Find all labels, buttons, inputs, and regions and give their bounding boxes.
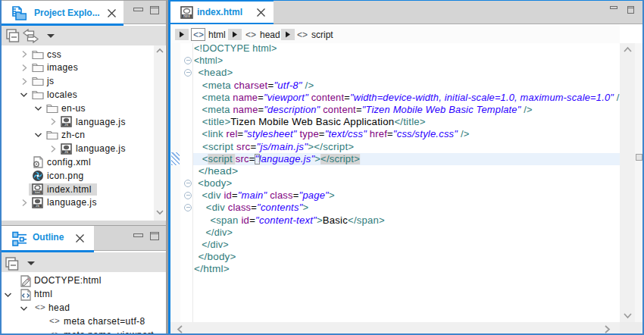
svg-text:html: html [183,14,190,18]
svg-text:JS: JS [36,204,39,208]
svg-text:JS: JS [64,150,68,154]
svg-text:JS: JS [64,123,68,127]
svg-text:html: html [35,190,40,194]
